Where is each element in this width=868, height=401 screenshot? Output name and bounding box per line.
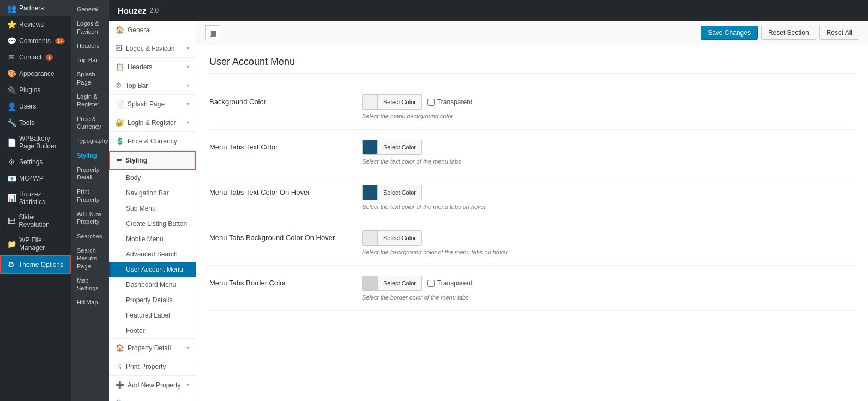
sidebar-item-appearance[interactable]: 🎨 Appearance	[0, 65, 71, 82]
theme-sub-item-price[interactable]: Price & Currency	[71, 112, 109, 134]
reset-section-button[interactable]: Reset Section	[761, 26, 816, 40]
styling-parent-icon: ✏	[117, 157, 122, 164]
reset-all-button[interactable]: Reset All	[819, 26, 859, 40]
login-chevron: ▾	[186, 119, 189, 125]
sidebar-item-tools[interactable]: 🔧 Tools	[0, 115, 71, 131]
top-bar: Houzez 2.0	[109, 0, 868, 21]
sidebar-item-contact[interactable]: ✉ Contact 1	[0, 49, 71, 65]
theme-sub-item-splash[interactable]: Splash Page	[71, 67, 109, 89]
background-transparent-check[interactable]: Transparent	[427, 98, 472, 106]
sidebar-item-reviews[interactable]: ⭐ Reviews	[0, 16, 71, 33]
settings-sidebar: 🏠 General 🖼 Logos & Favicon ▾ 📋 Headers …	[109, 21, 196, 401]
styling-subitem-navigation-bar[interactable]: Navigation Bar	[109, 185, 196, 201]
settings-searches-header[interactable]: 🔍 Searches ▾	[109, 394, 196, 401]
settings-general-header[interactable]: 🏠 General	[109, 21, 196, 39]
app-title: Houzez	[118, 6, 147, 15]
background-color-description: Select the menu background color	[362, 113, 855, 119]
sidebar-item-mc4wp[interactable]: 📧 MC4WP	[0, 170, 71, 187]
sidebar-item-partners[interactable]: 👥 Partners	[0, 0, 71, 16]
theme-sub-item-search-results[interactable]: Search Results Page	[71, 243, 109, 273]
theme-sub-item-headers[interactable]: Headers	[71, 39, 109, 53]
settings-price-header[interactable]: 💲 Price & Currency	[109, 132, 196, 150]
tabs-border-btn-label: Select Color	[378, 276, 421, 290]
styling-subitem-user-account-menu[interactable]: User Account Menu	[109, 262, 196, 277]
styling-subitem-create-listing[interactable]: Create Listing Button	[109, 216, 196, 231]
headers-chevron: ▾	[186, 64, 189, 70]
settings-top-bar-header[interactable]: ⚙ Top Bar ▾	[109, 76, 196, 94]
main-area: Houzez 2.0 🏠 General 🖼 Logos & Favicon ▾	[109, 0, 868, 401]
sidebar-item-settings[interactable]: ⚙ Settings	[0, 154, 71, 170]
sidebar-item-houzez-stats[interactable]: 📊 Houzez Statistics	[0, 187, 71, 210]
tabs-text-hover-btn-label: Select Color	[378, 185, 421, 200]
settings-section-add-new-property: ➕ Add New Property ▾	[109, 376, 196, 394]
styling-subitem-dashboard-menu[interactable]: Dashboard Menu	[109, 277, 196, 292]
tabs-border-transparent-checkbox[interactable]	[427, 280, 435, 287]
settings-splash-header[interactable]: 📄 Splash Page ▾	[109, 95, 196, 113]
add-new-chevron: ▾	[186, 382, 189, 388]
tabs-text-hover-picker[interactable]: Select Color	[362, 185, 422, 200]
theme-sub-item-login[interactable]: Login & Register	[71, 89, 109, 112]
theme-sub-item-styling[interactable]: Styling	[71, 148, 109, 163]
plugins-icon: 🔌	[7, 86, 16, 94]
background-transparent-checkbox[interactable]	[427, 99, 435, 106]
settings-section-splash: 📄 Splash Page ▾	[109, 95, 196, 113]
settings-section-login: 🔐 Login & Register ▾	[109, 113, 196, 132]
tabs-bg-hover-picker[interactable]: Select Color	[362, 230, 422, 246]
styling-subitem-featured-label[interactable]: Featured Label	[109, 308, 196, 323]
styling-subitem-body[interactable]: Body	[109, 170, 196, 185]
theme-sub-item-typography[interactable]: Typography	[71, 134, 109, 148]
grid-icon-btn[interactable]: ▦	[205, 25, 220, 40]
splash-chevron: ▾	[186, 101, 189, 107]
top-bar-chevron: ▾	[186, 82, 189, 88]
tabs-border-picker[interactable]: Select Color	[362, 276, 422, 291]
sidebar-item-users[interactable]: 👤 Users	[0, 98, 71, 115]
sidebar-item-slider-rev[interactable]: 🎞 Slider Revolution	[0, 210, 71, 232]
styling-subitem-advanced-search[interactable]: Advanced Search	[109, 247, 196, 262]
theme-sub-item-general[interactable]: General	[71, 2, 109, 16]
logos-chevron: ▾	[186, 45, 189, 51]
theme-sub-item-top-bar[interactable]: Top Bar	[71, 53, 109, 67]
theme-sub-item-hd-map[interactable]: Hd Map	[71, 295, 109, 309]
tabs-bg-hover-btn-label: Select Color	[378, 231, 421, 245]
sidebar-item-wp-file[interactable]: 📁 WP File Manager	[0, 232, 71, 255]
tabs-border-control: Select Color Transparent Select the bord…	[362, 276, 855, 301]
settings-print-property-header[interactable]: 🖨 Print Property	[109, 357, 196, 375]
styling-subitem-footer[interactable]: Footer	[109, 323, 196, 338]
theme-sub-item-print[interactable]: Print Property	[71, 184, 109, 207]
styling-parent[interactable]: ✏ Styling	[109, 151, 196, 170]
grid-icon: ▦	[209, 28, 216, 37]
theme-sub-item-map-settings[interactable]: Map Settings	[71, 273, 109, 296]
background-color-picker[interactable]: Select Color	[362, 94, 422, 110]
sidebar-item-wpbakery[interactable]: 📄 WPBakery Page Builder	[0, 131, 71, 154]
settings-add-new-property-header[interactable]: ➕ Add New Property ▾	[109, 376, 196, 394]
settings-section-searches: 🔍 Searches ▾	[109, 394, 196, 401]
sidebar-item-comments[interactable]: 💬 Comments 14	[0, 33, 71, 49]
settings-section-logos: 🖼 Logos & Favicon ▾	[109, 39, 196, 58]
styling-subitem-sub-menu[interactable]: Sub Menu	[109, 201, 196, 216]
setting-row-tabs-text-hover: Menu Tabs Text Color On Hover Select Col…	[209, 175, 855, 220]
settings-headers-header[interactable]: 📋 Headers ▾	[109, 58, 196, 76]
theme-sub-item-logos[interactable]: Logos & Favicon	[71, 16, 109, 39]
settings-section-price: 💲 Price & Currency	[109, 132, 196, 151]
background-color-row: Select Color Transparent	[362, 94, 855, 110]
tabs-border-transparent-check[interactable]: Transparent	[427, 279, 472, 287]
styling-subitem-mobile-menu[interactable]: Mobile Menu	[109, 231, 196, 247]
sidebar-item-theme-options[interactable]: ⚙ Theme Options	[0, 255, 71, 274]
headers-icon: 📋	[116, 63, 124, 71]
theme-sub-item-searches[interactable]: Searches	[71, 229, 109, 243]
theme-sub-item-add-new[interactable]: Add New Property	[71, 207, 109, 229]
settings-section-general: 🏠 General	[109, 21, 196, 39]
save-changes-button[interactable]: Save Changes	[701, 26, 758, 40]
section-title: User Account Menu	[209, 56, 855, 74]
sidebar-item-plugins[interactable]: 🔌 Plugins	[0, 82, 71, 98]
settings-property-detail-header[interactable]: 🏠 Property Detail ▾	[109, 339, 196, 357]
settings-section-print-property: 🖨 Print Property	[109, 357, 196, 376]
tabs-text-color-picker[interactable]: Select Color	[362, 140, 422, 155]
theme-sub-item-prop-detail[interactable]: Property Detail	[71, 163, 109, 185]
settings-login-header[interactable]: 🔐 Login & Register ▾	[109, 113, 196, 131]
tabs-text-hover-label: Menu Tabs Text Color On Hover	[209, 185, 351, 196]
setting-row-background-color: Background Color Select Color Transparen…	[209, 85, 855, 130]
settings-logos-header[interactable]: 🖼 Logos & Favicon ▾	[109, 39, 196, 57]
styling-subitem-property-details[interactable]: Property Details	[109, 292, 196, 308]
theme-options-sub-sidebar: General Logos & Favicon Headers Top Bar …	[71, 0, 109, 401]
